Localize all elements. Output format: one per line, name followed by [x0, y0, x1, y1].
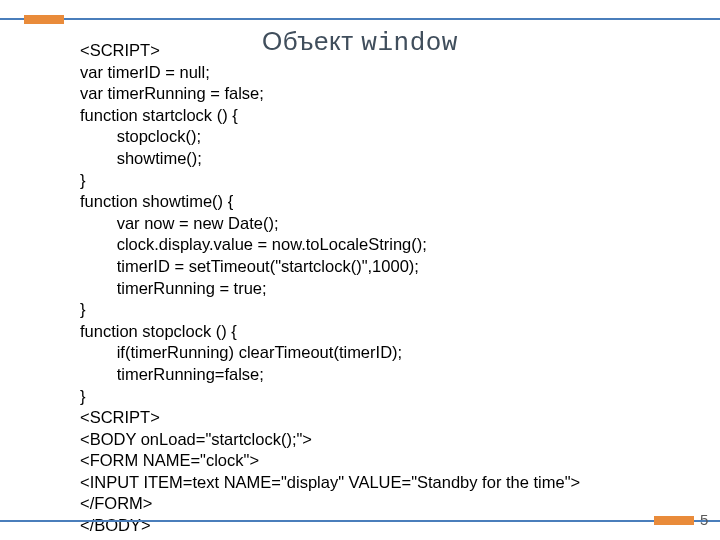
bottom-accent-chip	[654, 516, 694, 525]
bottom-border-line	[0, 520, 720, 522]
top-border-line	[0, 18, 720, 20]
top-accent-chip	[24, 15, 64, 24]
page-number: 5	[700, 511, 708, 528]
code-listing: <SCRIPT> var timerID = null; var timerRu…	[80, 40, 580, 537]
